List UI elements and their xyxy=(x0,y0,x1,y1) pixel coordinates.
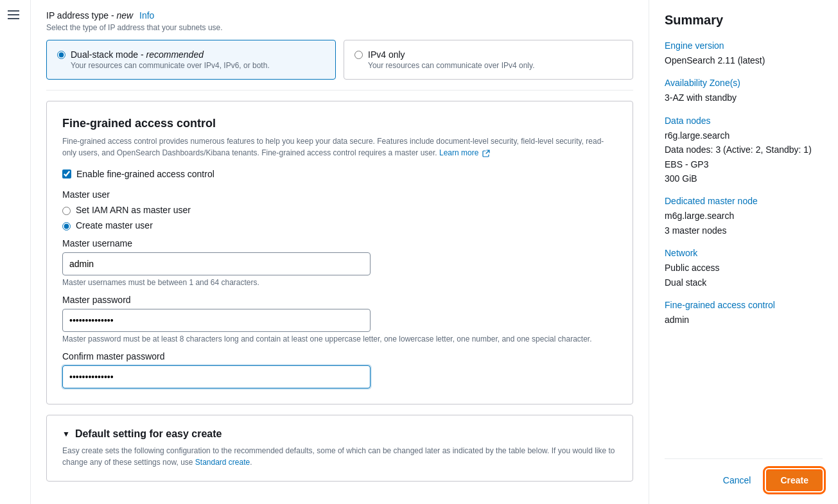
default-header: ▼ Default setting for easy create xyxy=(62,428,617,440)
ip-ipv4-desc: Your resources can communicate over IPv4… xyxy=(368,61,534,70)
ip-title-text: IP address type - xyxy=(46,10,116,21)
ip-new-badge: new xyxy=(116,10,133,21)
availability-zones-label: Availability Zone(s) xyxy=(665,78,823,88)
radio-iam-label: Set IAM ARN as master user xyxy=(76,205,191,215)
enable-fgac-label: Enable fine-grained access control xyxy=(76,169,214,179)
hamburger-icon[interactable] xyxy=(8,10,19,19)
ip-ipv4-title: IPv4 only xyxy=(368,49,534,60)
data-nodes-instance: r6g.large.search xyxy=(665,128,823,143)
data-nodes-section: Data nodes r6g.large.search Data nodes: … xyxy=(665,116,823,186)
sidebar-toggle[interactable] xyxy=(0,0,31,504)
create-button[interactable]: Create xyxy=(766,469,823,491)
fgac-summary-label: Fine-grained access control xyxy=(665,300,823,310)
network-section: Network Public access Dual stack xyxy=(665,248,823,290)
radio-create-label: Create master user xyxy=(76,220,153,230)
enable-fgac-checkbox[interactable] xyxy=(62,169,71,178)
master-user-label: Master user xyxy=(62,189,617,200)
network-access: Public access xyxy=(665,261,823,275)
password-group: Master password Master password must be … xyxy=(62,295,617,343)
default-section: ▼ Default setting for easy create Easy c… xyxy=(46,415,633,482)
ip-address-section: IP address type - new Info Select the ty… xyxy=(46,0,633,91)
fgac-learn-more[interactable]: Learn more xyxy=(439,148,490,157)
cancel-button[interactable]: Cancel xyxy=(715,471,759,489)
summary-title: Summary xyxy=(665,13,823,28)
main-content: IP address type - new Info Select the ty… xyxy=(31,0,649,504)
engine-version-value: OpenSearch 2.11 (latest) xyxy=(665,53,823,67)
triangle-icon: ▼ xyxy=(62,430,70,439)
network-stack: Dual stack xyxy=(665,275,823,290)
engine-version-label: Engine version xyxy=(665,40,823,51)
data-nodes-count: Data nodes: 3 (Active: 2, Standby: 1) xyxy=(665,143,823,157)
summary-actions: Cancel Create xyxy=(665,458,823,491)
password-input[interactable] xyxy=(62,309,371,332)
ip-dual-stack-desc: Your resources can communicate over IPv4… xyxy=(71,61,270,70)
fgac-title: Fine-grained access control xyxy=(62,117,617,130)
availability-zones-value: 3-AZ with standby xyxy=(665,91,823,105)
ip-title: IP address type - new Info xyxy=(46,10,633,21)
confirm-password-input[interactable] xyxy=(62,365,371,388)
ip-radio-ipv4[interactable] xyxy=(354,51,363,59)
ip-dual-stack-title: Dual-stack mode - recommended xyxy=(71,49,270,60)
engine-version-section: Engine version OpenSearch 2.11 (latest) xyxy=(665,40,823,67)
dedicated-master-section: Dedicated master node m6g.large.search 3… xyxy=(665,196,823,238)
username-label: Master username xyxy=(62,238,617,248)
password-label: Master password xyxy=(62,295,617,305)
username-input[interactable] xyxy=(62,252,371,275)
ip-option-ipv4[interactable]: IPv4 only Your resources can communicate… xyxy=(344,40,633,80)
ip-info-link[interactable]: Info xyxy=(139,10,154,21)
data-nodes-storage: 300 GiB xyxy=(665,171,823,186)
ip-options: Dual-stack mode - recommended Your resou… xyxy=(46,40,633,80)
radio-iam-row[interactable]: Set IAM ARN as master user xyxy=(62,205,617,215)
summary-panel: Summary Engine version OpenSearch 2.11 (… xyxy=(649,0,838,504)
external-link-icon xyxy=(482,150,490,157)
confirm-password-group: Confirm master password xyxy=(62,351,617,388)
radio-create-row[interactable]: Create master user xyxy=(62,220,617,230)
dedicated-master-label: Dedicated master node xyxy=(665,196,823,206)
password-hint: Master password must be at least 8 chara… xyxy=(62,335,617,343)
network-label: Network xyxy=(665,248,823,258)
ip-radio-dual-stack[interactable] xyxy=(57,51,65,59)
radio-iam[interactable] xyxy=(62,207,71,215)
username-hint: Master usernames must be between 1 and 6… xyxy=(62,278,617,287)
data-nodes-label: Data nodes xyxy=(665,116,823,126)
data-nodes-ebs: EBS - GP3 xyxy=(665,157,823,171)
fgac-summary-section: Fine-grained access control admin xyxy=(665,300,823,327)
fgac-summary-value: admin xyxy=(665,313,823,327)
ip-option-dual-stack[interactable]: Dual-stack mode - recommended Your resou… xyxy=(46,40,336,80)
standard-create-link[interactable]: Standard create xyxy=(195,458,250,467)
fgac-desc: Fine-grained access control provides num… xyxy=(62,135,617,159)
ip-subtitle: Select the type of IP address that your … xyxy=(46,23,633,32)
fgac-section: Fine-grained access control Fine-grained… xyxy=(46,101,633,404)
dedicated-master-instance: m6g.large.search xyxy=(665,209,823,223)
confirm-label: Confirm master password xyxy=(62,351,617,361)
default-title: Default setting for easy create xyxy=(75,428,222,440)
master-user-section: Master user Set IAM ARN as master user C… xyxy=(62,189,617,388)
default-desc: Easy create sets the following configura… xyxy=(62,445,617,468)
dedicated-master-count: 3 master nodes xyxy=(665,223,823,238)
username-group: Master username Master usernames must be… xyxy=(62,238,617,287)
enable-fgac-row[interactable]: Enable fine-grained access control xyxy=(62,169,617,179)
availability-zones-section: Availability Zone(s) 3-AZ with standby xyxy=(665,78,823,105)
radio-create[interactable] xyxy=(62,222,71,230)
